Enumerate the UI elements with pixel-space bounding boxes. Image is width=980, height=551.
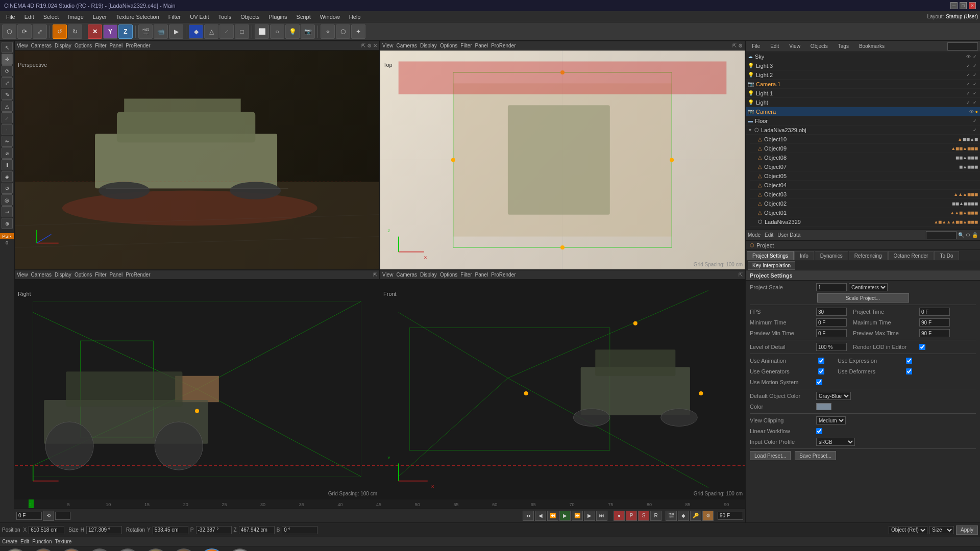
save-preset-button[interactable]: Save Preset...: [795, 451, 836, 460]
tool-scale[interactable]: ⤢: [33, 24, 47, 39]
use-expression-checkbox[interactable]: [906, 358, 912, 364]
menu-objects[interactable]: Objects: [236, 13, 263, 21]
anim-key-options[interactable]: ⚙: [702, 511, 714, 521]
object-row-light1[interactable]: 💡 Light.1 ✓ ✓: [746, 89, 980, 98]
light1-vis[interactable]: ✓: [965, 91, 971, 96]
tool-points[interactable]: △: [204, 24, 218, 39]
tool-xpresso[interactable]: ✦: [351, 24, 365, 39]
om-tab-edit[interactable]: Edit: [766, 42, 783, 50]
ladaniva-vis[interactable]: ✓: [972, 128, 978, 133]
om-tab-file[interactable]: File: [748, 42, 764, 50]
menu-select[interactable]: Select: [39, 13, 63, 21]
anim-auto-key[interactable]: 🔑: [690, 511, 701, 521]
attr-mode-mode[interactable]: Mode: [748, 232, 761, 238]
tool-rotate[interactable]: ⟳: [17, 24, 32, 39]
coord-z-input[interactable]: [239, 526, 275, 534]
timeline-start-marker[interactable]: [29, 499, 34, 508]
material-item-tex027[interactable]: tex_027: [199, 548, 225, 551]
left-tool-select[interactable]: ↖: [2, 42, 13, 53]
attr-tab-referencing[interactable]: Referencing: [849, 251, 888, 260]
preview-max-input[interactable]: [919, 329, 950, 337]
vp-options-menu[interactable]: Options: [75, 43, 92, 48]
attr-lock-icon[interactable]: 🔒: [972, 232, 978, 238]
fps-input[interactable]: [816, 308, 847, 316]
size-p-input[interactable]: [196, 526, 232, 534]
material-item-tex039[interactable]: tex_039: [170, 548, 197, 551]
viewport-right-content[interactable]: Right: [15, 280, 379, 498]
default-obj-color-select[interactable]: Gray-Blue Gray Custom: [816, 392, 851, 400]
om-tab-bookmarks[interactable]: Bookmarks: [855, 42, 889, 50]
minimize-button[interactable]: ─: [950, 2, 958, 9]
material-item-tex050[interactable]: tex_050: [86, 548, 113, 551]
attr-tab-info[interactable]: Info: [794, 251, 814, 260]
min-time-input[interactable]: [816, 318, 847, 327]
left-tool-scale[interactable]: ⤢: [2, 77, 13, 88]
vp-right-display[interactable]: Display: [55, 272, 71, 278]
left-tool-point[interactable]: ·: [2, 124, 13, 135]
attr-tab-project-settings[interactable]: Project Settings: [747, 251, 794, 260]
vp-front-filter[interactable]: Filter: [460, 272, 472, 278]
object-row-ladaniva-group[interactable]: ▼ ⬡ LadaNiva2329.obj ✓: [746, 126, 980, 135]
light1-check[interactable]: ✓: [972, 91, 978, 96]
tool-x[interactable]: ✕: [88, 24, 102, 39]
mat-menu-function[interactable]: Function: [32, 539, 52, 544]
object-row-floor[interactable]: ▬ Floor ✓: [746, 116, 980, 126]
anim-record-active[interactable]: ●: [614, 511, 625, 521]
menu-plugins[interactable]: Plugins: [265, 13, 291, 21]
size-b-input[interactable]: [282, 526, 317, 534]
apply-button[interactable]: Apply: [956, 525, 978, 535]
material-item-tex010[interactable]: tex_010: [30, 548, 57, 551]
viewport-top-content[interactable]: Top: [380, 51, 745, 269]
vp-front-maximize[interactable]: ⇱: [739, 272, 743, 278]
light3-check[interactable]: ✓: [972, 63, 978, 68]
color-swatch[interactable]: [816, 403, 831, 410]
anim-add-key[interactable]: ◆: [678, 511, 689, 521]
group-expand-icon[interactable]: ▼: [748, 128, 752, 133]
viewport-front[interactable]: View Cameras Display Options Filter Pane…: [380, 270, 745, 499]
linear-workflow-checkbox[interactable]: [816, 428, 822, 434]
vp-top-panel[interactable]: Panel: [475, 43, 488, 48]
vp-right-options[interactable]: Options: [75, 272, 92, 278]
vp-right-view[interactable]: View: [17, 272, 28, 278]
material-item-mat2[interactable]: Mat: [227, 548, 253, 551]
object-row-obj07[interactable]: △ Object07 ◼▲◼◼◼: [750, 162, 980, 171]
vp-front-display[interactable]: Display: [420, 272, 437, 278]
anim-goto-start[interactable]: ⏮: [523, 511, 534, 521]
om-tab-view[interactable]: View: [785, 42, 804, 50]
object-row-camera1[interactable]: 📷 Camera.1 ✓ ✓: [746, 80, 980, 89]
maximize-button[interactable]: □: [960, 2, 967, 9]
size-h-input[interactable]: [86, 526, 122, 534]
menu-edit[interactable]: Edit: [20, 13, 38, 21]
anim-next-frame[interactable]: ▶: [584, 511, 595, 521]
project-time-input[interactable]: [919, 308, 950, 316]
coord-size-select[interactable]: Size Scale: [929, 526, 954, 534]
scale-project-button[interactable]: Scale Project...: [817, 293, 909, 303]
mat-menu-edit[interactable]: Edit: [20, 539, 29, 544]
attr-mode-userdata[interactable]: User Data: [777, 232, 800, 238]
object-row-sky[interactable]: ☁ Sky 👁 ✓: [746, 52, 980, 61]
anim-current-frame-input[interactable]: [16, 512, 42, 520]
anim-goto-end[interactable]: ⏭: [596, 511, 607, 521]
vp-display-menu[interactable]: Display: [55, 43, 71, 48]
attr-tab-octane[interactable]: Octane Render: [888, 251, 934, 260]
anim-record-pos[interactable]: P: [626, 511, 637, 521]
menu-image[interactable]: Image: [64, 13, 88, 21]
vp-right-maximize[interactable]: ⇱: [373, 272, 377, 278]
attr-search-icon[interactable]: 🔍: [958, 232, 964, 238]
left-tool-magnet[interactable]: ⊕: [2, 218, 13, 229]
tool-y[interactable]: Y: [103, 24, 117, 39]
coord-x-input[interactable]: [29, 526, 64, 534]
vp-front-panel[interactable]: Panel: [475, 272, 488, 278]
layout-value[interactable]: Startup (User): [946, 14, 978, 19]
tool-undo[interactable]: ↺: [53, 24, 67, 39]
menu-filter[interactable]: Filter: [164, 13, 185, 21]
tool-edges[interactable]: ⟋: [219, 24, 234, 39]
anim-play[interactable]: ▶: [559, 511, 571, 521]
anim-motion-clip[interactable]: 🎬: [666, 511, 677, 521]
floor-vis[interactable]: ✓: [972, 118, 978, 123]
material-item-tex003[interactable]: tex_003: [58, 548, 85, 551]
material-item-tex041[interactable]: tex_041: [142, 548, 169, 551]
vp-prorender-menu[interactable]: ProRender: [126, 43, 150, 48]
light-vis[interactable]: ✓: [965, 100, 971, 105]
coord-y-input[interactable]: [153, 526, 188, 534]
